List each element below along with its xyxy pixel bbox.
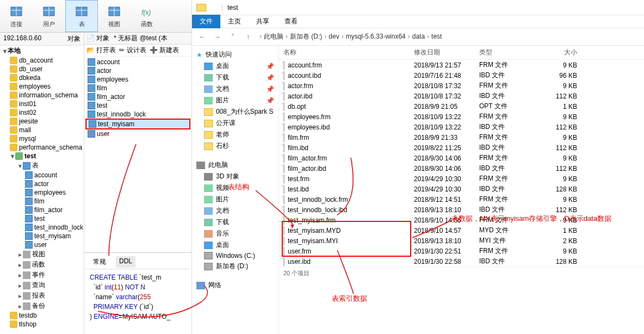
- history-button[interactable]: ˅: [227, 31, 239, 43]
- tree-item[interactable]: test: [0, 214, 84, 223]
- nav-item[interactable]: 网络: [192, 280, 278, 291]
- table-item[interactable]: account: [85, 58, 190, 66]
- file-item[interactable]: film_actor.ibd2018/9/30 14:06IBD 文件112 K…: [279, 163, 644, 174]
- nav-item[interactable]: 桌面: [192, 239, 278, 251]
- table-item[interactable]: film_actor: [85, 92, 190, 101]
- tab-objects[interactable]: 📄 对象: [86, 34, 109, 43]
- nav-item[interactable]: 008_为什么Spark S: [192, 106, 278, 117]
- file-item[interactable]: actor.frm2018/10/8 17:32FRM 文件9 KB: [279, 81, 644, 91]
- up-button[interactable]: ↑: [242, 31, 254, 43]
- file-list-header[interactable]: 名称 修改日期 类型 大小: [279, 46, 644, 60]
- back-button[interactable]: ←: [196, 31, 208, 43]
- tree-item[interactable]: mysql: [0, 134, 84, 143]
- table-item[interactable]: employees: [85, 75, 190, 84]
- tree-item[interactable]: test_myisam: [0, 232, 84, 240]
- tree-item[interactable]: ▸函数: [0, 259, 84, 270]
- file-item[interactable]: employees.frm2018/10/9 13:22FRM 文件9 KB: [279, 112, 644, 122]
- tree-item[interactable]: ▸视图: [0, 249, 84, 259]
- tree-item[interactable]: actor: [0, 180, 84, 188]
- nav-item[interactable]: 新加卷 (D:): [192, 261, 278, 272]
- nav-item[interactable]: 3D 对象: [192, 171, 278, 182]
- col-type[interactable]: 类型: [479, 48, 534, 57]
- col-date[interactable]: 修改日期: [414, 48, 479, 57]
- tab-untitled[interactable]: * 无标题 @test (本: [114, 34, 167, 43]
- tree-item[interactable]: ▸事件: [0, 270, 84, 280]
- tree-item[interactable]: ▾ 本地: [0, 46, 84, 56]
- nav-item[interactable]: 视频: [192, 182, 278, 194]
- sql-code[interactable]: CREATE TABLE `test_m `id` int(11) NOT N …: [86, 269, 189, 325]
- table-item[interactable]: user: [85, 129, 190, 138]
- tree-item[interactable]: test_innodb_lock: [0, 223, 84, 232]
- tree-item[interactable]: ▾test: [0, 152, 84, 160]
- nav-item[interactable]: 桌面📌: [192, 60, 278, 72]
- ribbon-file[interactable]: 文件: [192, 15, 220, 28]
- table-tool[interactable]: 表: [65, 0, 98, 32]
- tab-ddl[interactable]: DDL: [116, 256, 135, 268]
- tree-item[interactable]: testdb: [0, 311, 84, 320]
- nav-item[interactable]: 音乐: [192, 228, 278, 239]
- tree-item[interactable]: ▸查询: [0, 280, 84, 290]
- nav-item[interactable]: ★ 快速访问: [192, 49, 278, 60]
- tree-item[interactable]: db_user: [0, 65, 84, 73]
- tree-item[interactable]: inst02: [0, 108, 84, 117]
- nav-item[interactable]: 此电脑: [192, 159, 278, 171]
- function-tool[interactable]: f(x)函数: [131, 0, 163, 32]
- ribbon-home[interactable]: 主页: [220, 15, 249, 28]
- file-item[interactable]: account.frm2018/9/13 21:57FRM 文件9 KB: [279, 60, 644, 70]
- tree-item[interactable]: dbkeda: [0, 73, 84, 82]
- nav-item[interactable]: Windows (C:): [192, 251, 278, 261]
- nav-item[interactable]: 下载📌: [192, 72, 278, 83]
- nav-item[interactable]: 图片: [192, 194, 278, 205]
- forward-button[interactable]: →: [212, 31, 224, 43]
- col-name[interactable]: 名称: [283, 48, 414, 57]
- table-item[interactable]: test_myisam: [85, 119, 190, 129]
- tree-item[interactable]: tlshop: [0, 320, 84, 329]
- file-item[interactable]: employees.ibd2018/10/9 13:22IBD 文件112 KB: [279, 122, 644, 132]
- ribbon-view[interactable]: 查看: [277, 15, 305, 28]
- file-item[interactable]: film.frm2018/9/9 21:33FRM 文件9 KB: [279, 132, 644, 143]
- tree-item[interactable]: inst01: [0, 100, 84, 108]
- file-item[interactable]: film_actor.frm2018/9/30 14:06FRM 文件9 KB: [279, 153, 644, 163]
- tree-item[interactable]: mall: [0, 126, 84, 134]
- file-item[interactable]: user.frm2019/1/30 22:51FRM 文件9 KB: [279, 246, 644, 256]
- tree-item[interactable]: db_account: [0, 56, 84, 65]
- tree-item[interactable]: employees: [0, 188, 84, 197]
- tree-item[interactable]: employees: [0, 82, 84, 91]
- file-item[interactable]: test_myisam.frm2018/9/10 14:56FRM 文件9 KB: [279, 215, 644, 225]
- file-item[interactable]: test.ibd2019/4/29 10:30IBD 文件128 KB: [279, 184, 644, 194]
- connect-tool[interactable]: 连接: [0, 0, 33, 32]
- nav-item[interactable]: 老师: [192, 129, 278, 140]
- nav-item[interactable]: 文档📌: [192, 83, 278, 95]
- table-item[interactable]: test: [85, 101, 190, 110]
- file-item[interactable]: test_innodb_lock.ibd2018/9/13 18:10IBD 文…: [279, 205, 644, 215]
- file-item[interactable]: test_innodb_lock.frm2018/9/12 14:51FRM 文…: [279, 194, 644, 205]
- nav-item[interactable]: 图片📌: [192, 95, 278, 106]
- tree-item[interactable]: jeesite: [0, 117, 84, 126]
- tree-item[interactable]: user: [0, 240, 84, 249]
- table-item[interactable]: test_innodb_lock: [85, 110, 190, 119]
- nav-item[interactable]: 石杉: [192, 140, 278, 152]
- file-item[interactable]: actor.ibd2018/10/8 17:32IBD 文件112 KB: [279, 91, 644, 101]
- tree-item[interactable]: information_schema: [0, 91, 84, 100]
- tree-item[interactable]: ▸报表: [0, 290, 84, 301]
- file-item[interactable]: test_myisam.MYD2018/9/10 14:57MYD 文件1 KB: [279, 225, 644, 236]
- explorer-nav[interactable]: ★ 快速访问桌面📌下载📌文档📌图片📌008_为什么Spark S公开课老师石杉此…: [192, 46, 279, 334]
- new-table-button[interactable]: ➕ 新建表: [150, 46, 179, 55]
- tree-item[interactable]: film: [0, 197, 84, 206]
- file-item[interactable]: test_myisam.MYI2018/9/13 18:10MYI 文件2 KB: [279, 236, 644, 246]
- tree-item[interactable]: ▾表: [0, 160, 84, 171]
- file-item[interactable]: account.ibd2019/7/16 21:48IBD 文件96 KB: [279, 70, 644, 81]
- tree-item[interactable]: film_actor: [0, 206, 84, 214]
- open-table-button[interactable]: 📂 打开表: [86, 46, 116, 55]
- tree-item[interactable]: ▸备份: [0, 301, 84, 311]
- tree-item[interactable]: performance_schema: [0, 143, 84, 152]
- col-size[interactable]: 大小: [534, 48, 577, 57]
- file-item[interactable]: user.ibd2019/1/30 22:58IBD 文件128 KB: [279, 256, 644, 267]
- design-table-button[interactable]: ✏ 设计表: [119, 46, 146, 55]
- view-tool[interactable]: 视图: [98, 0, 131, 32]
- tree-item[interactable]: account: [0, 171, 84, 180]
- breadcrumb[interactable]: ›此电脑›新加卷 (D:)›dev›mysql-5.6.33-winx64›da…: [257, 32, 442, 41]
- db-tree[interactable]: 192.168.0.60 对象 ▾ 本地db_accountdb_userdbk…: [0, 33, 84, 334]
- file-item[interactable]: film.ibd2019/8/22 11:25IBD 文件112 KB: [279, 143, 644, 153]
- file-item[interactable]: test.frm2019/4/29 10:30FRM 文件9 KB: [279, 174, 644, 184]
